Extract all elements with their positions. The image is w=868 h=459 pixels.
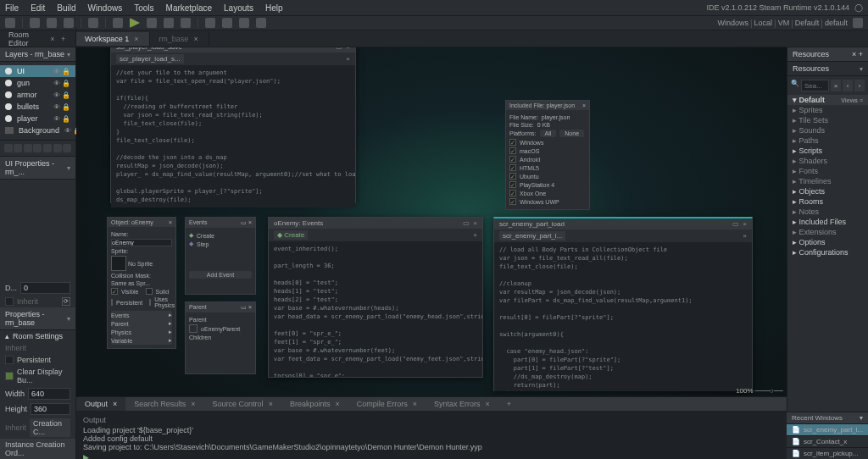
visible-checkbox[interactable] (111, 288, 118, 295)
layers-header[interactable]: Layers - rm_base ▾ (0, 47, 75, 62)
close-icon[interactable]: × (473, 219, 477, 227)
add-bg-layer-icon[interactable] (43, 144, 52, 152)
plat-checkbox[interactable] (509, 164, 516, 171)
add-layer-icon[interactable] (4, 144, 13, 152)
run-icon[interactable] (130, 18, 140, 28)
next-icon[interactable]: › (854, 80, 865, 91)
tree-timelines[interactable]: ▸ Timelines (787, 176, 868, 186)
add-event-button[interactable]: Add Event (189, 271, 252, 279)
tab-syntax-errors[interactable]: Syntax Errors× (426, 397, 498, 411)
docs-icon[interactable] (256, 18, 266, 28)
resource-search-input[interactable] (801, 80, 829, 91)
plat-checkbox[interactable] (509, 173, 516, 180)
tree-options[interactable]: ▸ Options (787, 237, 868, 247)
room-settings-section[interactable]: ▴ Room Settings (0, 330, 75, 342)
clean-icon[interactable] (181, 18, 191, 28)
visibility-icon[interactable]: 👁 (53, 103, 60, 111)
tree-rooms[interactable]: ▸ Rooms (787, 196, 868, 207)
inherit-checkbox[interactable] (5, 297, 14, 306)
tree-objects[interactable]: ▸ Objects (787, 186, 868, 196)
code-window-player-load[interactable]: scr_player_load_save▭× scr_player_load_s… (110, 47, 356, 203)
close-icon[interactable]: × (269, 400, 273, 408)
code-editor[interactable]: event_inherited(); part_length = 36; hea… (269, 241, 482, 377)
parent-select[interactable]: oEnemyParent (189, 324, 252, 334)
tab-output[interactable]: Output× (76, 397, 125, 411)
included-file-window[interactable]: Included File: player.json× File Name:pl… (505, 100, 590, 210)
stop-icon[interactable] (164, 18, 174, 28)
recent-item[interactable]: 📄scr_Contact_x (787, 435, 868, 447)
close-icon[interactable]: × (169, 219, 172, 225)
layer-background[interactable]: Background👁🔒 (0, 124, 75, 136)
chevron-down-icon[interactable]: ▾ (67, 51, 70, 58)
tab-rmbase[interactable]: rm_base × (150, 32, 209, 46)
tab-room-editor[interactable]: Room Editor × + (0, 28, 76, 50)
menu-marketplace[interactable]: Marketplace (166, 3, 212, 13)
solid-checkbox[interactable] (146, 288, 153, 295)
tree-sprites[interactable]: ▸ Sprites (787, 105, 868, 115)
recent-header[interactable]: Recent Windows▾ (787, 412, 868, 423)
tree-default[interactable]: ▾ DefaultViews ≡ (787, 95, 868, 105)
tree-scripts[interactable]: ▸ Scripts (787, 146, 868, 156)
add-folder-icon[interactable] (53, 144, 62, 152)
visibility-icon[interactable]: 👁 (53, 80, 60, 87)
zoom-in-icon[interactable] (239, 18, 249, 28)
target-output[interactable]: VM (778, 19, 790, 27)
event-step[interactable]: ◆Step (189, 240, 252, 248)
width-input[interactable] (28, 388, 70, 400)
lock-icon[interactable]: 🔒 (62, 91, 70, 99)
code-tab[interactable]: scr_player_load_s... (116, 54, 184, 64)
maximize-icon[interactable]: ▭ (732, 220, 739, 228)
plat-checkbox[interactable] (509, 198, 516, 205)
tab-compile-errors[interactable]: Compile Errors× (348, 397, 426, 411)
maximize-icon[interactable]: ▭ (241, 219, 247, 225)
close-icon[interactable]: × (134, 36, 141, 42)
inherit-button[interactable]: Inherit (0, 342, 75, 354)
close-icon[interactable]: × (50, 36, 56, 42)
tree-extensions[interactable]: ▸ Extensions (787, 227, 868, 237)
persistent-checkbox[interactable] (111, 299, 113, 306)
none-button[interactable]: None (559, 130, 584, 137)
tab-search-results[interactable]: Search Results× (125, 397, 203, 411)
uiprops-header[interactable]: UI Properties - rm_... ▾ (0, 157, 75, 180)
tree-notes[interactable]: ▸ Notes (787, 207, 868, 217)
plat-checkbox[interactable] (509, 181, 516, 188)
lock-icon[interactable]: 🔒 (62, 115, 70, 123)
physics-checkbox[interactable] (149, 299, 151, 306)
target-config2[interactable]: default (825, 19, 848, 27)
tab-breakpoints[interactable]: Breakpoints× (281, 397, 348, 411)
event-tab[interactable]: ◆ Create (274, 230, 308, 240)
chevron-down-icon[interactable]: ▾ (67, 164, 70, 172)
plat-checkbox[interactable] (509, 190, 516, 196)
menu-layouts[interactable]: Layouts (224, 3, 253, 13)
menu-file[interactable]: File (5, 3, 19, 13)
close-icon[interactable]: × (346, 55, 350, 63)
variable-button[interactable]: Variable▸ (111, 336, 172, 345)
target-platform[interactable]: Windows (717, 19, 748, 27)
plat-checkbox[interactable] (509, 156, 516, 163)
close-icon[interactable]: × (413, 400, 417, 408)
targets-icon[interactable] (853, 18, 863, 28)
layer-ui[interactable]: UI👁🔒 (0, 65, 75, 77)
all-button[interactable]: All (540, 130, 557, 137)
cleardisplay-checkbox[interactable] (5, 372, 14, 380)
save-icon[interactable] (64, 18, 74, 28)
recent-item[interactable]: 📄scr_item_pickup... (787, 447, 868, 459)
close-icon[interactable]: × (582, 102, 586, 108)
close-icon[interactable]: × (335, 400, 339, 408)
close-icon[interactable]: × (248, 304, 252, 310)
sprite-preview[interactable] (111, 256, 126, 271)
tree-sounds[interactable]: ▸ Sounds (787, 125, 868, 135)
close-icon[interactable]: × (743, 232, 747, 240)
window-header[interactable]: scr_enemy_part_load▭× (494, 218, 752, 230)
layer-player[interactable]: player👁🔒 (0, 113, 75, 124)
layer-gun[interactable]: gun👁🔒 (0, 77, 75, 89)
parent-window[interactable]: Parent▭ × Parent oEnemyParent Children (185, 301, 256, 374)
target-config[interactable]: Default (795, 19, 820, 27)
tree-included[interactable]: ▸ Included Files (787, 217, 868, 227)
tree-paths[interactable]: ▸ Paths (787, 135, 868, 146)
code-window-scr-enemy[interactable]: scr_enemy_part_load▭× scr_enemy_part_l..… (493, 217, 753, 391)
window-header[interactable]: Object: oEnemy× (108, 218, 175, 227)
plat-checkbox[interactable] (509, 139, 516, 146)
add-path-layer-icon[interactable] (33, 144, 42, 152)
close-icon[interactable]: × (113, 400, 117, 408)
